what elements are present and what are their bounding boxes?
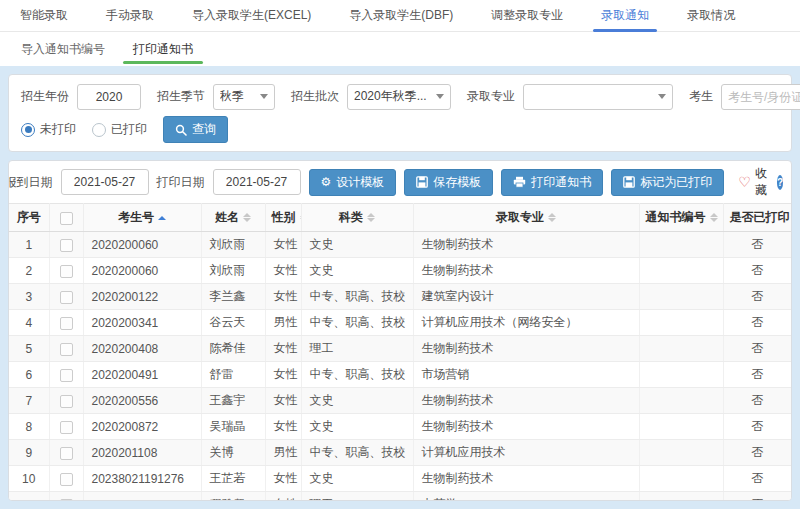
- print-notice-button[interactable]: 打印通知书: [501, 169, 603, 196]
- table-row: 72020200556王鑫宇女性文史生物制药技术否: [9, 388, 791, 414]
- report-date-label: 报到日期: [8, 174, 53, 191]
- nav-item-smart-admission[interactable]: 智能录取: [20, 0, 68, 31]
- cell-admitted-major: 生物制药技术: [413, 258, 639, 284]
- design-template-button[interactable]: ⚙ 设计模板: [309, 169, 397, 196]
- tab-print-notice[interactable]: 打印通知书: [129, 32, 197, 66]
- row-checkbox[interactable]: [60, 447, 73, 460]
- help-icon[interactable]: ?: [777, 175, 783, 190]
- row-index: 1: [9, 232, 49, 258]
- print-date-label: 打印日期: [157, 174, 205, 191]
- radio-unprinted-label[interactable]: 未打印: [40, 121, 76, 138]
- cell-notice-no: [639, 388, 723, 414]
- year-input[interactable]: [77, 84, 141, 110]
- cell-notice-no: [639, 492, 723, 502]
- sort-icon: [243, 213, 251, 222]
- cell-notice-no: [639, 440, 723, 466]
- cell-printed: 否: [723, 284, 791, 310]
- row-checkbox[interactable]: [60, 369, 73, 382]
- table-row: 22020200060刘欣雨女性文史生物制药技术否: [9, 258, 791, 284]
- row-checkbox[interactable]: [60, 239, 73, 252]
- filter-panel: 招生年份 招生季节 秋季 招生批次 2020年秋季... 录取专业: [8, 74, 792, 152]
- header-admitted-major[interactable]: 录取专业: [413, 204, 639, 232]
- report-date-input[interactable]: [61, 169, 149, 195]
- season-select[interactable]: 秋季: [213, 84, 275, 110]
- row-checkbox[interactable]: [60, 499, 73, 501]
- cell-gender: 女性: [265, 414, 301, 440]
- header-printed[interactable]: 是否已打印: [723, 204, 791, 232]
- nav-item-manual-admission[interactable]: 手动录取: [106, 0, 154, 31]
- cell-name: 舒雷: [201, 362, 265, 388]
- header-gender[interactable]: 性别: [265, 204, 301, 232]
- row-checkbox[interactable]: [60, 265, 73, 278]
- header-index: 序号: [9, 204, 49, 232]
- favorite-label: 收藏: [755, 165, 767, 199]
- cell-gender: 女性: [265, 258, 301, 284]
- header-name[interactable]: 姓名: [201, 204, 265, 232]
- search-icon: [175, 124, 187, 136]
- batch-select-value: 2020年秋季...: [354, 88, 427, 105]
- chevron-down-icon: [436, 94, 444, 99]
- cell-name: 吴瑞晶: [201, 414, 265, 440]
- row-checkbox[interactable]: [60, 473, 73, 486]
- print-date-input[interactable]: [213, 169, 301, 195]
- row-checkbox[interactable]: [60, 421, 73, 434]
- header-notice-no[interactable]: 通知书编号: [639, 204, 723, 232]
- nav-item-admission-status[interactable]: 录取情况: [687, 0, 735, 31]
- cell-notice-no: [639, 414, 723, 440]
- cell-category: 文史: [301, 466, 413, 492]
- header-candidate-no[interactable]: 考生号: [83, 204, 201, 232]
- tab-import-notice-number[interactable]: 导入通知书编号: [17, 32, 109, 66]
- row-checkbox-cell: [49, 466, 83, 492]
- query-button[interactable]: 查询: [163, 116, 228, 143]
- cell-gender: 女性: [265, 284, 301, 310]
- row-checkbox[interactable]: [60, 343, 73, 356]
- cell-admitted-major: 生物制药技术: [413, 466, 639, 492]
- radio-unprinted[interactable]: [21, 123, 35, 137]
- cell-category: 中专、职高、技校: [301, 310, 413, 336]
- table-header-row: 序号 考生号 姓名 性别 科类 录取专业 通知书编号 是否已打印: [9, 204, 791, 232]
- row-index: 2: [9, 258, 49, 284]
- cell-candidate-no: 20238021191276: [83, 466, 201, 492]
- row-checkbox-cell: [49, 232, 83, 258]
- sort-icon: [548, 213, 556, 222]
- radio-printed[interactable]: [92, 123, 106, 137]
- table-row: 32020200122李兰鑫女性中专、职高、技校建筑室内设计否: [9, 284, 791, 310]
- row-index: 4: [9, 310, 49, 336]
- cell-candidate-no: 20238021191671: [83, 492, 201, 502]
- mark-printed-button[interactable]: 标记为已打印: [611, 169, 724, 196]
- cell-printed: 否: [723, 492, 791, 502]
- cell-candidate-no: 2020201108: [83, 440, 201, 466]
- save-template-button[interactable]: 保存模板: [404, 169, 493, 196]
- header-category[interactable]: 科类: [301, 204, 413, 232]
- cell-admitted-major: 计算机应用技术: [413, 440, 639, 466]
- row-checkbox[interactable]: [60, 317, 73, 330]
- row-checkbox[interactable]: [60, 291, 73, 304]
- table-row: 12020200060刘欣雨女性文史生物制药技术否: [9, 232, 791, 258]
- nav-item-admission-notice[interactable]: 录取通知: [601, 0, 649, 31]
- nav-item-import-dbf[interactable]: 导入录取学生(DBF): [349, 0, 453, 31]
- table-row: 92020201108关博男性中专、职高、技校计算机应用技术否: [9, 440, 791, 466]
- cell-printed: 否: [723, 362, 791, 388]
- favorite-button[interactable]: ♡ 收藏: [738, 165, 767, 199]
- cell-candidate-no: 2020200060: [83, 258, 201, 284]
- major-select[interactable]: [523, 84, 673, 110]
- nav-item-adjust-major[interactable]: 调整录取专业: [491, 0, 563, 31]
- heart-icon: ♡: [738, 175, 751, 189]
- cell-gender: 女性: [265, 492, 301, 502]
- batch-select[interactable]: 2020年秋季...: [347, 84, 451, 110]
- cell-admitted-major: 建筑室内设计: [413, 284, 639, 310]
- student-input[interactable]: [721, 84, 800, 110]
- row-checkbox[interactable]: [60, 395, 73, 408]
- cell-admitted-major: 市场营销: [413, 362, 639, 388]
- row-index: 5: [9, 336, 49, 362]
- radio-printed-label[interactable]: 已打印: [111, 121, 147, 138]
- select-all-checkbox[interactable]: [60, 212, 73, 225]
- cell-name: 王鑫宇: [201, 388, 265, 414]
- nav-item-import-excel[interactable]: 导入录取学生(EXCEL): [192, 0, 311, 31]
- cell-name: 刘欣雨: [201, 232, 265, 258]
- row-checkbox-cell: [49, 492, 83, 502]
- cell-admitted-major: 生物制药技术: [413, 388, 639, 414]
- cell-printed: 否: [723, 440, 791, 466]
- cell-candidate-no: 2020200341: [83, 310, 201, 336]
- cell-gender: 女性: [265, 232, 301, 258]
